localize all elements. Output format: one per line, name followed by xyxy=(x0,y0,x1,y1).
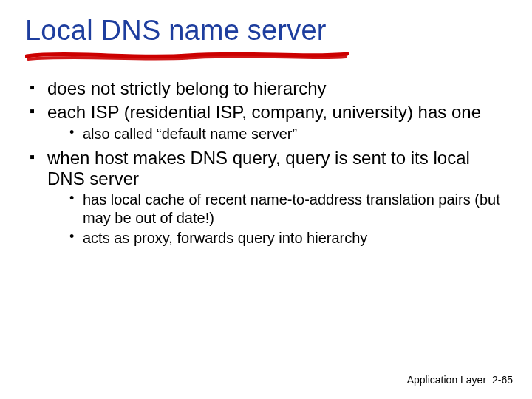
sub-bullet-text: has local cache of recent name-to-addres… xyxy=(83,191,500,226)
bullet-item: does not strictly belong to hierarchy xyxy=(25,78,507,99)
sub-bullet-text: acts as proxy, forwards query into hiera… xyxy=(83,230,367,246)
sub-bullet-item: has local cache of recent name-to-addres… xyxy=(47,191,507,228)
bullet-item: when host makes DNS query, query is sent… xyxy=(25,148,507,248)
footer-page: 2-65 xyxy=(492,374,513,386)
bullet-text: each ISP (residential ISP, company, univ… xyxy=(47,102,481,122)
slide-footer: Application Layer 2-65 xyxy=(407,374,513,386)
sub-bullet-item: acts as proxy, forwards query into hiera… xyxy=(47,229,507,248)
bullet-text: does not strictly belong to hierarchy xyxy=(47,78,327,98)
sub-bullet-item: also called “default name server” xyxy=(47,125,507,143)
title-underline xyxy=(25,50,507,61)
page-title: Local DNS name server xyxy=(25,16,507,46)
slide-body: does not strictly belong to hierarchy ea… xyxy=(25,78,507,248)
footer-label: Application Layer xyxy=(407,374,486,386)
slide: Local DNS name server does not strictly … xyxy=(0,0,532,399)
bullet-item: each ISP (residential ISP, company, univ… xyxy=(25,102,507,143)
sub-bullet-text: also called “default name server” xyxy=(83,126,297,142)
bullet-text: when host makes DNS query, query is sent… xyxy=(47,148,470,188)
